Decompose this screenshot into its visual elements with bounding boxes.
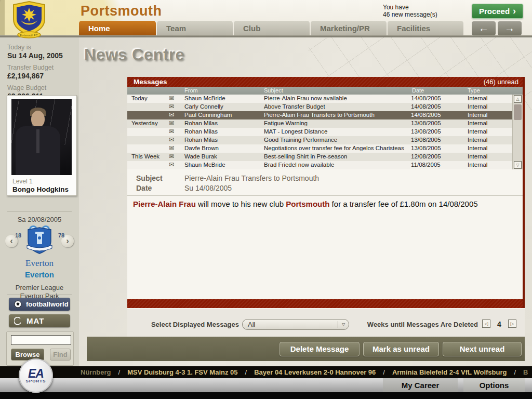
wage-budget-label: Wage Budget <box>7 84 79 91</box>
filter-value: All <box>248 321 338 328</box>
main-content: News Centre Messages (46) unread From Su… <box>79 37 532 366</box>
svg-text:Portsmouth F.C.: Portsmouth F.C. <box>20 34 38 37</box>
filter-label: Select Displayed Messages <box>127 321 239 328</box>
envelope-icon: ✉ <box>169 128 174 135</box>
column-from: From <box>184 87 198 94</box>
transfer-budget-label: Transfer Budget <box>7 64 79 71</box>
options-button[interactable]: Options <box>463 378 525 392</box>
unread-count: (46) unread <box>484 78 518 86</box>
bottom-black-bar <box>0 392 532 399</box>
message-list-scrollbar[interactable]: △ ▽ <box>512 95 523 169</box>
tab-home[interactable]: Home <box>79 21 156 35</box>
proceed-chevron-icon: › <box>513 6 516 16</box>
message-list: Today ✉ Shaun McBride Pierre-Alain Frau … <box>127 95 523 169</box>
envelope-icon: ✉ <box>169 95 174 102</box>
column-date: Date <box>412 87 424 94</box>
scroll-down-icon[interactable]: ▽ <box>514 161 522 169</box>
envelope-icon: ✉ <box>169 144 174 152</box>
mat-button[interactable]: MAT <box>9 314 70 327</box>
message-row-selected[interactable]: ✉ Paul Cunningham Pierre-Alain Frau Tran… <box>127 111 523 119</box>
message-row[interactable]: Today ✉ Shaun McBride Pierre-Alain Frau … <box>127 95 523 103</box>
proceed-button[interactable]: Proceed › <box>472 4 523 19</box>
envelope-icon: ✉ <box>169 136 174 143</box>
footer-bar: My Career Options <box>0 378 532 392</box>
everton-crest-icon <box>23 224 56 260</box>
player-name: Pierre-Alain Frau <box>133 200 196 208</box>
find-button[interactable]: Find <box>50 349 71 361</box>
weeks-value: 4 <box>493 320 506 328</box>
today-label: Today is <box>7 44 79 51</box>
tab-team[interactable]: Team <box>157 21 233 35</box>
sidebar: Today is Su 14 Aug, 2005 Transfer Budget… <box>0 37 79 366</box>
club-title: Portsmouth <box>81 3 162 19</box>
envelope-icon: ✉ <box>169 119 174 127</box>
scrollbar-thumb[interactable] <box>514 104 522 120</box>
search-input[interactable] <box>11 335 71 345</box>
tab-facilities[interactable]: Facilities <box>388 21 463 35</box>
envelope-icon: ✉ <box>169 103 174 110</box>
manager-photo <box>11 99 72 175</box>
message-row[interactable]: ✉ Davfe Brown Negotiations over transfer… <box>127 144 523 153</box>
manager-photo-card: Level 1 Bongo Hodgkins <box>7 95 77 196</box>
crest-year-left: 18 <box>15 232 21 238</box>
manager-level: Level 1 <box>12 178 33 185</box>
competition-name: Premier League <box>0 284 79 291</box>
sidebar-divider <box>7 211 72 211</box>
detail-date-label: Date <box>136 184 152 192</box>
detail-subject-label: Subject <box>136 174 163 182</box>
my-career-button[interactable]: My Career <box>383 378 458 392</box>
header: Portsmouth You have 46 new message(s) Pr… <box>0 0 532 35</box>
nav-forward-button[interactable]: → <box>498 21 522 35</box>
detail-date-value: Su 14/08/2005 <box>184 184 232 192</box>
weeks-decrement-button[interactable]: ◁ <box>482 320 490 328</box>
column-headers: From Subject Date Type <box>127 87 523 95</box>
footballworld-button[interactable]: footballworld <box>9 298 70 311</box>
message-row[interactable]: Yesterday ✉ Rohan Milas Fatigue Warning … <box>127 119 523 128</box>
action-bar: Delete Message Mark as unread Next unrea… <box>87 337 525 361</box>
envelope-icon: ✉ <box>169 111 174 118</box>
message-row[interactable]: ✉ Rohan Milas Good Training Performance … <box>127 136 523 144</box>
ea-sports-logo: EA SPORTS <box>19 358 53 393</box>
envelope-icon: ✉ <box>169 153 174 160</box>
weeks-label: Weeks until Messages Are Deleted <box>335 321 478 328</box>
crest-year-right: 78 <box>58 232 64 238</box>
football-icon <box>14 300 22 308</box>
opponent-link[interactable]: Everton <box>0 270 79 279</box>
new-messages-notice: You have 46 new message(s) <box>383 4 437 18</box>
detail-body: Pierre-Alain Frau will move to his new c… <box>133 199 486 209</box>
club-name-highlight: Portsmouth <box>286 200 329 208</box>
message-controls: Select Displayed Messages All ▽ Weeks un… <box>127 308 525 338</box>
column-subject: Subject <box>264 87 283 94</box>
envelope-icon: ✉ <box>169 161 174 168</box>
message-row[interactable]: This Week ✉ Wade Burak Best-selling Shir… <box>127 153 523 161</box>
scroll-up-icon[interactable]: △ <box>514 95 522 103</box>
opponent-crest-caption: Everton <box>0 258 79 269</box>
tab-club[interactable]: Club <box>234 21 310 35</box>
detail-subject-value: Pierre-Alain Frau Transfers to Portsmout… <box>184 174 319 182</box>
detail-divider <box>127 195 523 196</box>
mark-as-unread-button[interactable]: Mark as unread <box>363 342 439 356</box>
nav-back-button[interactable]: ← <box>472 21 496 35</box>
manager-name: Bongo Hodgkins <box>12 185 69 193</box>
message-detail: Subject Pierre-Alain Frau Transfers to P… <box>127 169 523 299</box>
message-row[interactable]: ✉ Shaun McBride Brad Friedel now availab… <box>127 161 523 169</box>
column-type: Type <box>468 87 480 94</box>
next-unread-button[interactable]: Next unread <box>443 342 522 356</box>
mat-crescent-icon <box>14 317 22 325</box>
next-match-date: Sa 20/08/2005 <box>0 216 79 223</box>
delete-message-button[interactable]: Delete Message <box>280 342 360 356</box>
weeks-increment-button[interactable]: ▷ <box>508 320 516 328</box>
messages-panel-header: Messages (46) unread <box>127 77 523 87</box>
today-value: Su 14 Aug, 2005 <box>7 51 79 60</box>
message-row[interactable]: ✉ Rohan Milas MAT - Longest Distance 13/… <box>127 128 523 136</box>
tab-marketing-pr[interactable]: Marketing/PR <box>311 21 387 35</box>
messages-panel: Messages (46) unread From Subject Date T… <box>127 77 525 338</box>
transfer-budget-value: £2,194,867 <box>7 72 79 80</box>
portsmouth-crest-icon: Portsmouth F.C. <box>8 1 50 41</box>
filter-dropdown[interactable]: All ▽ <box>242 319 349 330</box>
sidebar-divider <box>7 295 72 295</box>
results-ticker: Nürnberg / MSV Duisburg 4-3 1. FSV Mainz… <box>0 366 532 378</box>
panel-bottom-bar <box>127 299 523 308</box>
message-row[interactable]: ✉ Carly Connelly Above Transfer Budget 1… <box>127 103 523 111</box>
page-title: News Centre <box>84 46 184 64</box>
